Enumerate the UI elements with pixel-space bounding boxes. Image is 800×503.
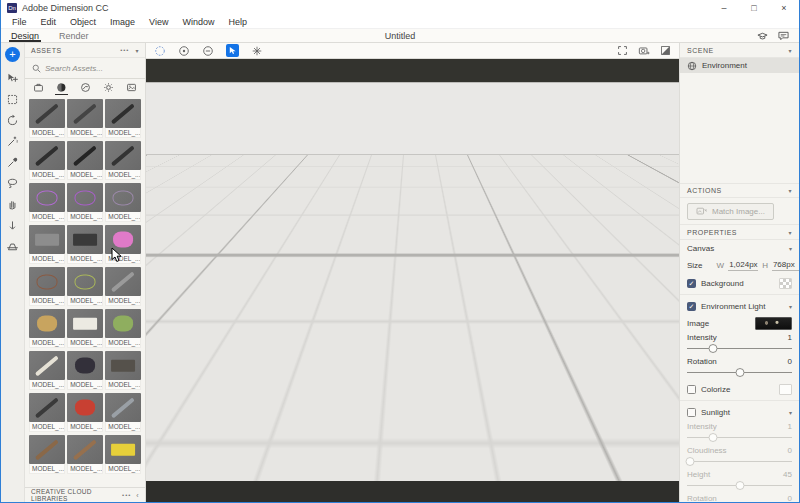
hand-tool[interactable]: [5, 197, 21, 211]
scene-panel-header[interactable]: SCENE ▾: [680, 43, 799, 58]
orbit-dashed-tool[interactable]: [154, 45, 166, 57]
materials-icon[interactable]: [80, 79, 91, 96]
menu-file[interactable]: File: [5, 17, 34, 27]
menu-help[interactable]: Help: [221, 17, 254, 27]
render-preview-icon[interactable]: [660, 45, 671, 56]
asset-item[interactable]: MODEL_...: [67, 351, 103, 390]
asset-item[interactable]: MODEL_...: [105, 351, 141, 390]
close-button[interactable]: ×: [769, 0, 799, 16]
asset-item[interactable]: MODEL_...: [67, 393, 103, 432]
add-and-import-button[interactable]: +: [5, 47, 20, 62]
asset-item[interactable]: MODEL_...: [105, 141, 141, 180]
slider-value[interactable]: 0: [788, 494, 792, 502]
slider-track[interactable]: [687, 367, 792, 377]
slider-value[interactable]: 1: [788, 333, 792, 342]
match-image-button[interactable]: Match Image...: [687, 203, 774, 220]
asset-item[interactable]: MODEL_...: [29, 225, 65, 264]
canvas-section[interactable]: Canvas ▾: [680, 240, 799, 256]
slider-knob[interactable]: [686, 457, 695, 466]
properties-panel-header[interactable]: PROPERTIES ▾: [680, 225, 799, 240]
dolly-zoom-tool[interactable]: [202, 45, 214, 57]
slider-knob[interactable]: [709, 433, 718, 442]
slider-knob[interactable]: [735, 368, 744, 377]
eyedropper-tool[interactable]: [5, 155, 21, 169]
3d-canvas[interactable]: [146, 59, 679, 502]
menu-window[interactable]: Window: [175, 17, 221, 27]
slider-track[interactable]: [687, 480, 792, 490]
maximize-button[interactable]: □: [739, 0, 769, 16]
dolly-tool[interactable]: [5, 218, 21, 232]
colorize-checkbox[interactable]: [687, 385, 696, 394]
cc-menu-icon[interactable]: •••: [122, 492, 131, 498]
asset-item[interactable]: MODEL_...: [29, 309, 65, 348]
width-field[interactable]: 1,024px: [728, 260, 758, 271]
tab-render[interactable]: Render: [49, 29, 99, 42]
slider-value[interactable]: 45: [783, 470, 792, 479]
slider-value[interactable]: 1: [788, 422, 792, 431]
asset-item[interactable]: MODEL_...: [29, 435, 65, 474]
background-checkbox[interactable]: ✓: [687, 279, 696, 288]
scene-item-environment[interactable]: Environment: [680, 58, 799, 73]
asset-item[interactable]: MODEL_...: [105, 309, 141, 348]
camera-bookmark-icon[interactable]: [638, 45, 650, 56]
frame-all-icon[interactable]: [617, 45, 628, 56]
slider-track[interactable]: [687, 343, 792, 353]
menu-view[interactable]: View: [142, 17, 175, 27]
asset-item[interactable]: MODEL_...: [67, 267, 103, 306]
select-region-tool[interactable]: [226, 44, 239, 57]
cc-expand-icon[interactable]: ‹: [136, 492, 139, 499]
slider-knob[interactable]: [709, 344, 718, 353]
learn-icon[interactable]: [757, 31, 768, 41]
asset-item[interactable]: MODEL_...: [105, 435, 141, 474]
cc-libraries-bar[interactable]: CREATIVE CLOUD LIBRARIES ••• ‹: [25, 487, 145, 502]
scene-wand-tool[interactable]: [251, 45, 263, 57]
horizon-tool[interactable]: [5, 239, 21, 253]
asset-item[interactable]: MODEL_...: [29, 99, 65, 138]
rotate-tool[interactable]: [5, 113, 21, 127]
menu-object[interactable]: Object: [63, 17, 103, 27]
menu-edit[interactable]: Edit: [34, 17, 64, 27]
assets-collapse-icon[interactable]: ▾: [135, 47, 139, 54]
environment-image-thumbnail[interactable]: [755, 317, 792, 330]
search-input[interactable]: [45, 64, 125, 73]
background-color-swatch[interactable]: [779, 278, 792, 289]
asset-item[interactable]: MODEL_...: [67, 309, 103, 348]
asset-item[interactable]: MODEL_...: [67, 183, 103, 222]
asset-item[interactable]: MODEL_...: [67, 99, 103, 138]
asset-item[interactable]: MODEL_...: [105, 267, 141, 306]
asset-item[interactable]: MODEL_...: [29, 141, 65, 180]
images-icon[interactable]: [126, 79, 137, 96]
orbit-tool[interactable]: [178, 45, 190, 57]
select-tool[interactable]: [5, 71, 21, 85]
asset-item[interactable]: MODEL_...: [105, 99, 141, 138]
slider-value[interactable]: 0: [788, 446, 792, 455]
asset-item[interactable]: MODEL_...: [29, 267, 65, 306]
sunlight-checkbox[interactable]: [687, 408, 696, 417]
starter-assets-icon[interactable]: [33, 79, 44, 96]
asset-search[interactable]: [25, 58, 145, 79]
asset-item[interactable]: MODEL_...: [67, 435, 103, 474]
slider-knob[interactable]: [735, 481, 744, 490]
colorize-color-swatch[interactable]: [779, 384, 792, 395]
slider-track[interactable]: [687, 432, 792, 442]
asset-item[interactable]: MODEL_...: [105, 225, 141, 264]
marquee-select-tool[interactable]: [5, 92, 21, 106]
feedback-icon[interactable]: [778, 31, 789, 41]
slider-track[interactable]: [687, 456, 792, 466]
asset-item[interactable]: MODEL_...: [29, 183, 65, 222]
actions-panel-header[interactable]: ACTIONS ▾: [680, 183, 799, 198]
asset-item[interactable]: MODEL_...: [67, 141, 103, 180]
lasso-tool[interactable]: [5, 176, 21, 190]
magic-wand-tool[interactable]: [5, 134, 21, 148]
minimize-button[interactable]: –: [709, 0, 739, 16]
asset-item[interactable]: MODEL_...: [29, 351, 65, 390]
assets-menu-icon[interactable]: •••: [120, 47, 129, 53]
menu-image[interactable]: Image: [103, 17, 142, 27]
asset-item[interactable]: MODEL_...: [29, 393, 65, 432]
height-field[interactable]: 768px: [772, 260, 799, 271]
asset-item[interactable]: MODEL_...: [105, 183, 141, 222]
slider-value[interactable]: 0: [788, 357, 792, 366]
asset-item[interactable]: MODEL_...: [67, 225, 103, 264]
lights-icon[interactable]: [103, 79, 114, 96]
asset-item[interactable]: MODEL_...: [105, 393, 141, 432]
